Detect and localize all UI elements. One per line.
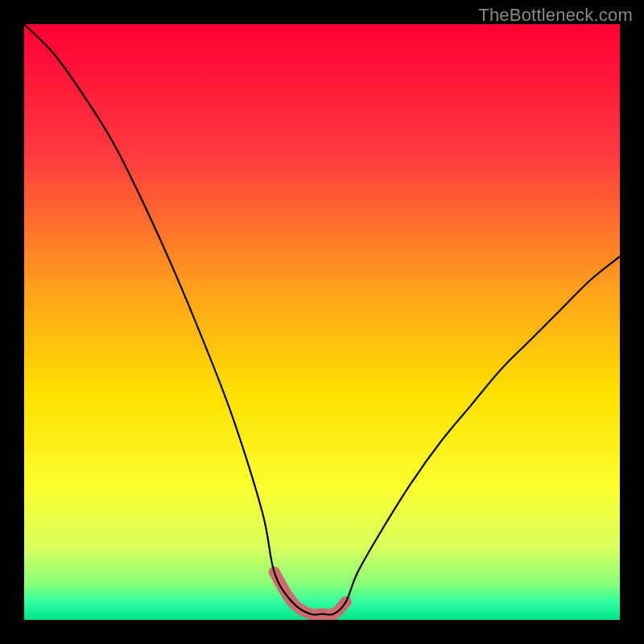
gradient-background [24, 24, 620, 620]
chart-plot-area [24, 24, 620, 620]
bottleneck-chart [24, 24, 620, 620]
chart-frame: TheBottleneck.com [0, 0, 644, 644]
watermark-text: TheBottleneck.com [478, 5, 633, 26]
